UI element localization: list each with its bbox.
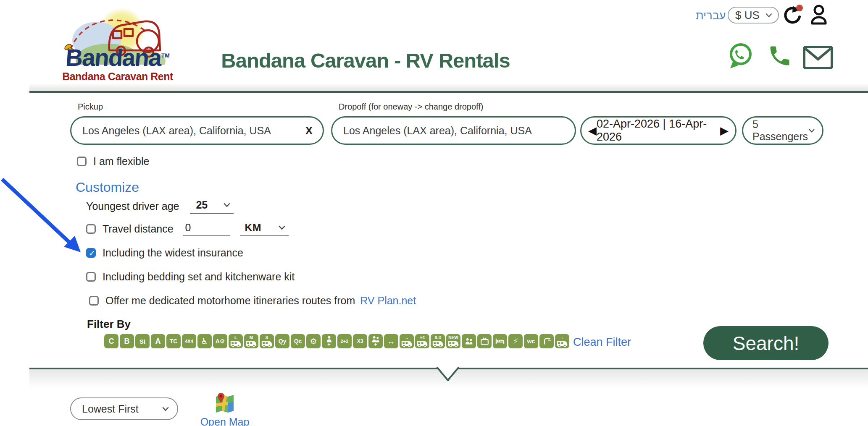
chevron-down-icon <box>809 128 815 133</box>
phone-icon[interactable] <box>767 43 792 68</box>
filter-icon-seats-plus-4[interactable]: +4 <box>415 334 429 348</box>
date-next-icon[interactable]: ▶ <box>720 125 729 136</box>
filter-icon-class-b[interactable]: B <box>120 334 134 348</box>
filter-icon-wheelchair-accessible[interactable]: ♿ <box>197 334 212 348</box>
flexible-checkbox[interactable] <box>77 157 87 166</box>
filter-icon-class-a[interactable]: A <box>151 334 165 348</box>
search-button[interactable]: Search! <box>703 326 829 360</box>
sort-select[interactable]: Lowest First <box>70 397 178 420</box>
passengers-select[interactable]: 5 Passengers <box>742 116 823 145</box>
youngest-driver-age-select[interactable]: 25 <box>190 199 234 214</box>
travel-distance-input[interactable]: 0 <box>183 222 230 236</box>
filter-icon-new-vehicle[interactable]: NEW <box>446 334 460 348</box>
dropoff-input[interactable]: Los Angeles (LAX area), California, USA <box>331 116 576 145</box>
clean-filter-link[interactable]: Clean Filter <box>573 336 631 349</box>
open-map-button[interactable]: Open Map <box>197 391 252 426</box>
chevron-down-icon <box>224 203 230 207</box>
bedding-checkbox[interactable] <box>86 272 96 282</box>
date-range-value: 02-Apr-2026 | 16-Apr-2026 <box>597 118 720 144</box>
logo-brand-text: BandanaTM <box>58 44 178 71</box>
filter-icon-shower[interactable] <box>539 334 554 348</box>
travel-distance-value: 0 <box>185 222 191 234</box>
language-link[interactable]: עברית <box>696 9 726 22</box>
filter-icon-sleeps-2-plus-2[interactable]: 2+2 <box>337 334 352 348</box>
filter-icon-low-profile[interactable]: ↓ <box>555 334 569 348</box>
whatsapp-icon[interactable] <box>727 42 753 69</box>
chevron-down-icon <box>162 407 169 411</box>
filter-icon-quality-c[interactable]: Qc <box>291 334 305 348</box>
rv-plan-link[interactable]: RV Plan.net <box>360 295 416 307</box>
filter-icon-class-c[interactable]: C <box>104 334 118 348</box>
youngest-driver-age-label: Youngest driver age <box>86 200 179 212</box>
sort-value: Lowest First <box>82 403 139 415</box>
travel-distance-label: Travel distance <box>103 223 174 235</box>
filter-icon-passengers[interactable] <box>462 334 476 348</box>
filter-icon-extra-driver[interactable]: + <box>322 334 336 348</box>
filter-icon-family-friendly[interactable]: + <box>368 334 383 348</box>
account-icon[interactable] <box>808 3 830 26</box>
travel-distance-unit: KM <box>245 222 261 234</box>
travel-distance-unit-select[interactable]: KM <box>240 222 289 236</box>
passengers-value: 5 Passengers <box>752 118 809 143</box>
header-divider <box>29 84 868 93</box>
open-map-link[interactable]: Open Map <box>197 416 252 426</box>
filter-icon-semi-integrated[interactable]: SI <box>135 334 150 348</box>
brand-logo[interactable]: BandanaTM Bandana Caravan Rent <box>58 2 177 83</box>
chevron-down-icon <box>279 225 285 230</box>
pickup-input[interactable]: Los Angeles (LAX area), California, USA … <box>70 116 324 145</box>
flexible-label: I am flexible <box>93 155 149 167</box>
filter-icon-gear[interactable]: ⚙ <box>306 334 321 348</box>
reset-icon[interactable] <box>781 4 803 26</box>
filter-icon-size-small[interactable]: S <box>260 334 274 348</box>
filter-icon-generator[interactable]: ⚡ <box>508 334 523 348</box>
pickup-label: Pickup <box>78 102 103 112</box>
filter-by-label: Filter By <box>87 318 131 331</box>
filter-icon-age-0-3[interactable]: 0-3 <box>431 334 445 348</box>
filter-icon-vehicle-width[interactable]: ↔ <box>384 334 398 348</box>
logo-subtitle: Bandana Caravan Rent <box>58 71 177 83</box>
email-icon[interactable] <box>802 45 834 70</box>
filter-icon-one-way[interactable]: → <box>400 334 414 348</box>
bedding-label: Including bedding set and kitchenware ki… <box>103 271 295 283</box>
date-prev-icon[interactable]: ◀ <box>588 125 597 136</box>
itineraries-checkbox[interactable] <box>89 296 99 306</box>
filter-icon-beds[interactable] <box>493 334 507 348</box>
itineraries-label: Offer me dedicated motorhome itineraries… <box>105 295 355 307</box>
filter-icons-row: CBSIATC4X4♿A⚙LMSQyQc⚙+2+2X3+↔→+40-3NEW⚡w… <box>104 334 569 348</box>
dropoff-value: Los Angeles (LAX area), California, USA <box>343 125 532 137</box>
date-range-picker[interactable]: ◀ 02-Apr-2026 | 16-Apr-2026 ▶ <box>580 116 736 145</box>
travel-distance-checkbox[interactable] <box>86 224 96 234</box>
notification-dot <box>796 5 803 11</box>
filter-icon-truck-camper[interactable]: TC <box>166 334 181 348</box>
page: BandanaTM Bandana Caravan Rent Bandana C… <box>0 0 868 426</box>
filter-icon-size-medium[interactable]: M <box>244 334 258 348</box>
page-title: Bandana Caravan - RV Rentals <box>176 49 555 72</box>
filter-icon-toilet[interactable]: wc <box>524 334 538 348</box>
filter-icon-size-large[interactable]: L <box>229 334 243 348</box>
filter-icon-sleeps-x3[interactable]: X3 <box>353 334 367 348</box>
pickup-clear-button[interactable]: X <box>304 123 314 139</box>
filter-icon-tv[interactable] <box>477 334 492 348</box>
insurance-label: Including the widest insurance <box>103 247 243 259</box>
youngest-driver-age-value: 25 <box>196 199 208 211</box>
pickup-value: Los Angeles (LAX area), California, USA <box>82 125 271 137</box>
currency-value: $ US <box>735 9 760 22</box>
filter-icon-automatic-transmission[interactable]: A⚙ <box>213 334 227 348</box>
filter-icon-4x4[interactable]: 4X4 <box>182 334 196 348</box>
filter-icon-quality-y[interactable]: Qy <box>275 334 289 348</box>
chevron-down-icon <box>765 13 772 18</box>
insurance-checkbox[interactable] <box>86 248 96 258</box>
dropoff-label: Dropoff (for oneway -> change dropoff) <box>339 102 483 112</box>
section-divider <box>0 359 868 390</box>
currency-select[interactable]: $ US <box>728 7 779 24</box>
customize-link[interactable]: Customize <box>76 180 139 195</box>
map-icon <box>213 391 236 413</box>
